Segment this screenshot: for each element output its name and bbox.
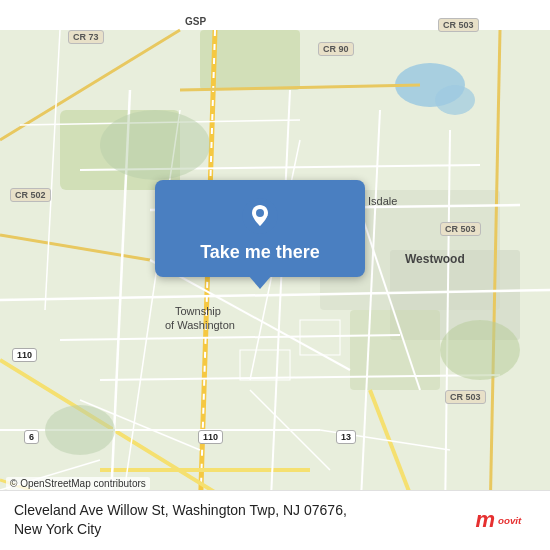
svg-point-40 [100, 110, 210, 180]
svg-text:oovit: oovit [498, 515, 522, 526]
moovit-logo: m oovit [475, 509, 536, 531]
cr90-badge: CR 90 [318, 42, 354, 56]
route13-badge: 13 [336, 430, 356, 444]
cr73-badge: CR 73 [68, 30, 104, 44]
svg-point-2 [435, 85, 475, 115]
moovit-wordmark: oovit [498, 509, 536, 531]
cr503-badge-bot: CR 503 [445, 390, 486, 404]
osm-attribution: © OpenStreetMap contributors [6, 477, 150, 490]
take-me-there-card[interactable]: Take me there [155, 180, 365, 277]
address-line1: Cleveland Ave Willow St, Washington Twp,… [14, 502, 347, 518]
cr503-badge-mid: CR 503 [440, 222, 481, 236]
svg-point-42 [45, 405, 115, 455]
address-text: Cleveland Ave Willow St, Washington Twp,… [14, 501, 465, 540]
attribution-text: © OpenStreetMap contributors [10, 478, 146, 489]
bottom-bar: Cleveland Ave Willow St, Washington Twp,… [0, 490, 550, 550]
svg-point-44 [256, 209, 264, 217]
route110-badge-mid: 110 [198, 430, 223, 444]
svg-rect-7 [350, 310, 440, 390]
location-pin-icon [242, 198, 278, 234]
route6-badge: 6 [24, 430, 39, 444]
moovit-letter: m [475, 509, 495, 531]
address-city: New York City [14, 521, 101, 537]
cr502-badge: CR 502 [10, 188, 51, 202]
svg-point-41 [440, 320, 520, 380]
map-container: CR 503 CR 73 CR 90 CR 502 CR 503 CR 503 … [0, 0, 550, 550]
cr503-badge-top: CR 503 [438, 18, 479, 32]
route110-badge-left: 110 [12, 348, 37, 362]
take-me-there-label: Take me there [200, 242, 320, 263]
